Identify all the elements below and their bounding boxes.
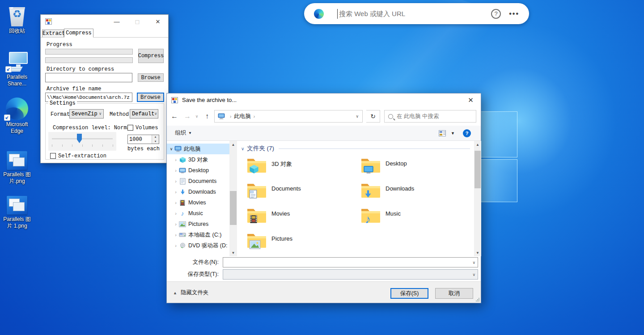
chevron-collapsed-icon[interactable]: › [173,168,178,173]
tab-extract[interactable]: Extract [42,30,64,37]
breadcrumb-location[interactable]: 此电脑 [234,113,251,120]
scrollbar-thumb[interactable] [230,191,237,225]
cancel-button[interactable]: 取消 [435,288,473,299]
filename-input[interactable] [223,259,472,266]
spin-up-icon[interactable]: ▲ [152,135,159,140]
compression-slider[interactable] [48,132,116,151]
desktop-icon-microsoft-edge[interactable]: Microsoft Edge [0,96,34,135]
method-select[interactable]: Default∨ [130,109,158,119]
files-scrollbar[interactable]: ▲ ▼ [474,141,481,256]
folder-tile-movies[interactable]: Movies [246,206,358,229]
chevron-collapsed-icon[interactable]: › [173,243,178,248]
save-button[interactable]: 保存(S) [390,288,428,299]
scroll-up-icon[interactable]: ▲ [229,141,237,148]
minimize-button[interactable]: — [114,19,120,25]
tree-item-music[interactable]: › ♪ Music [167,208,229,219]
tree-item-3d-objects[interactable]: › 3D 对象 [167,154,229,165]
chevron-collapsed-icon[interactable]: › [173,200,178,205]
maximize-button[interactable]: ◻ [134,19,140,25]
chevron-expanded-icon[interactable]: ∨ [241,146,244,151]
tree-scrollbar[interactable]: ▲ ▼ [229,141,237,256]
tree-item-this-pc[interactable]: ∨ 此电脑 [167,144,229,154]
more-options-icon[interactable]: ••• [509,12,519,16]
change-view-icon[interactable] [439,130,446,136]
folder-tile-3d-objects[interactable]: 3D 对象 [246,156,358,178]
desktop-icon-parallels-png[interactable]: Parallels 图 片.png [0,146,34,185]
chevron-collapsed-icon[interactable]: › [173,221,178,227]
tree-item-dvd-drive-d[interactable]: › DVD 驱动器 (D: [167,240,229,251]
folder-icon [246,156,268,176]
help-icon[interactable]: ? [463,129,471,137]
chevron-down-icon: ∨ [154,111,157,116]
folders-group-header[interactable]: ∨ 文件夹 (7) [241,144,470,153]
tree-item-documents[interactable]: › Documents [167,176,229,187]
chevron-collapsed-icon[interactable]: › [173,189,178,195]
tree-item-downloads[interactable]: › Downloads [167,187,229,197]
window-titlebar[interactable]: — ◻ ✕ [41,15,168,28]
savetype-label: 保存类型(T): [169,271,219,278]
folder-tile-music[interactable]: ♪ Music [360,206,472,229]
spin-down-icon[interactable]: ▼ [152,140,159,144]
folder-tile-pictures[interactable]: Pictures [246,231,358,254]
view-dropdown-chevron[interactable]: ▼ [451,131,455,136]
address-bar[interactable]: › 此电脑 › ∨ [214,110,363,123]
chevron-collapsed-icon[interactable]: › [173,211,178,216]
browse-directory-button[interactable]: Browse [138,73,164,82]
scroll-up-icon[interactable]: ▲ [474,141,481,148]
browse-archive-button[interactable]: Browse [137,93,164,102]
chevron-down-icon[interactable]: ∨ [472,260,475,265]
address-dropdown-chevron[interactable]: ∨ [356,114,359,119]
compress-button[interactable]: Compress [138,49,164,63]
desktop-icon-parallels-share[interactable]: Parallels Share... [0,48,34,87]
scrollbar-thumb[interactable] [475,151,481,188]
help-icon[interactable]: ? [491,9,501,19]
refresh-button[interactable]: ↻ [366,110,380,123]
self-extraction-checkbox[interactable] [50,153,56,159]
web-search-input[interactable] [339,10,491,17]
close-button[interactable]: ✕ [461,93,481,107]
tab-compress[interactable]: Compress [64,29,93,38]
format-select[interactable]: SevenZip∨ [69,109,104,119]
format-label: Format [51,111,70,118]
volume-size-input[interactable] [128,135,152,144]
savetype-combobox[interactable]: ∨ [223,269,478,280]
directory-input[interactable] [45,73,132,82]
desktop-icon-recycle-bin[interactable]: ♻ 回收站 [0,2,34,34]
folder-tile-desktop[interactable]: Desktop [360,156,472,178]
desktop-icon-label: Parallels 图 片 1.png [0,216,34,229]
up-button[interactable]: ↑ [201,112,213,120]
filename-combobox[interactable]: ∨ [223,257,478,267]
chevron-down-icon[interactable]: ∨ [472,272,475,277]
volumes-checkbox[interactable] [127,125,133,131]
spinner-arrows[interactable]: ▲ ▼ [152,135,159,144]
slider-thumb[interactable] [77,134,82,143]
tree-item-movies[interactable]: › Movies [167,197,229,208]
edge-search-bar[interactable]: ? ••• [304,3,529,24]
chevron-collapsed-icon[interactable]: › [173,178,178,184]
back-button[interactable]: ← [167,112,182,120]
chevron-expanded-icon[interactable]: ∨ [169,147,174,151]
folder-tile-documents[interactable]: Documents [246,181,358,204]
chevron-collapsed-icon[interactable]: › [173,232,178,237]
recent-locations-chevron[interactable]: ∨ [193,114,201,119]
dialog-search-input[interactable] [397,113,472,119]
desktop-icon-label: Parallels Share... [0,74,34,87]
tree-item-local-disk-c[interactable]: › 本地磁盘 (C:) [167,229,229,240]
chevron-collapsed-icon[interactable]: › [173,157,178,162]
desktop-icon-parallels-png-1[interactable]: Parallels 图 片 1.png [0,191,34,229]
folder-tile-downloads[interactable]: Downloads [360,181,472,204]
scroll-down-icon[interactable]: ▼ [474,249,481,256]
organize-menu[interactable]: 组织 [175,129,186,137]
scroll-down-icon[interactable]: ▼ [229,249,237,256]
hide-folders-button[interactable]: ▲ 隐藏文件夹 [173,289,208,297]
close-button[interactable]: ✕ [155,19,161,25]
tree-item-pictures[interactable]: › Pictures [167,219,229,229]
search-box[interactable] [384,110,476,123]
archive-label: Archive file name [47,86,101,92]
chevron-down-icon: ▼ [188,131,192,135]
dialog-titlebar[interactable]: Save the archive to... ✕ [167,93,481,107]
tree-item-desktop[interactable]: › Desktop [167,165,229,176]
resize-grip[interactable] [476,298,479,301]
volume-size-spinner[interactable]: ▲ ▼ [127,135,159,144]
forward-button[interactable]: → [182,112,193,120]
